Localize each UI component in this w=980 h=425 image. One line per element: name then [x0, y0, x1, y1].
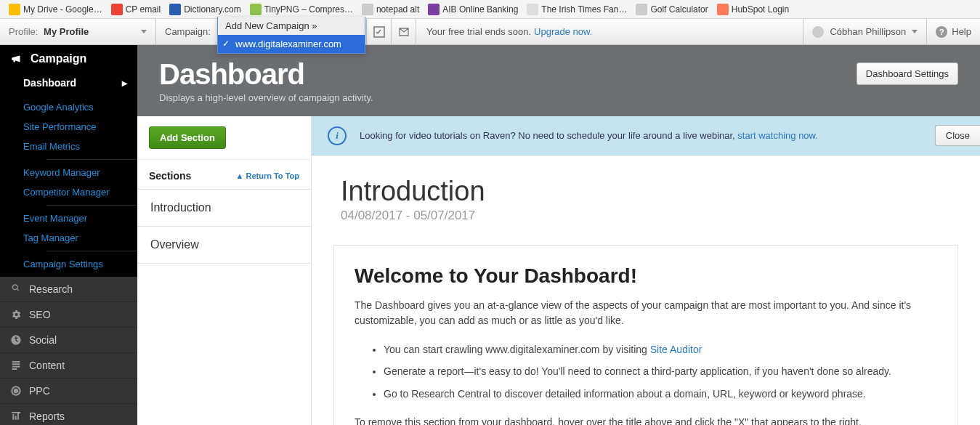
chevron-right-icon: ▸: [122, 77, 127, 89]
sidebar-section-ppc[interactable]: PPC: [0, 379, 137, 404]
welcome-card: Welcome to Your Dashboard! The Dashboard…: [333, 245, 958, 425]
seo-icon: [10, 309, 22, 320]
sidebar-dashboard[interactable]: Dashboard ▸: [0, 73, 137, 94]
bookmark-item[interactable]: notepad alt: [357, 2, 424, 17]
sidebar-link[interactable]: Campaign Settings: [23, 254, 137, 274]
favicon-icon: [717, 4, 729, 15]
campaign-selector[interactable]: Campaign: Add New Campaign » www.digital…: [156, 19, 367, 44]
main-column: i Looking for video tutorials on Raven? …: [312, 116, 980, 425]
sidebar-section-seo[interactable]: SEO: [0, 302, 137, 328]
sidebar-section-reports[interactable]: Reports: [0, 404, 137, 425]
user-menu[interactable]: Cóbhan Phillipson: [803, 19, 926, 44]
sidebar-link[interactable]: Tag Manager: [23, 228, 137, 248]
card-bullet: Generate a report—it's easy to do! You'l…: [384, 360, 937, 382]
page-header: Dashboard Displays a high-level overview…: [137, 45, 980, 116]
favicon-icon: [636, 4, 647, 15]
favicon-icon: [111, 4, 123, 15]
banner-text: Looking for video tutorials on Raven? No…: [360, 130, 737, 141]
toolbar-inbox-button[interactable]: [392, 19, 416, 44]
avatar-icon: [812, 26, 824, 38]
favicon-icon: [250, 4, 262, 15]
page-subtitle: Displays a high-level overview of campai…: [159, 92, 373, 103]
add-section-button[interactable]: Add Section: [149, 126, 226, 149]
banner-link[interactable]: start watching now.: [737, 130, 818, 141]
bookmarks-bar: My Drive - Google…CP emailDictionary.com…: [0, 0, 980, 19]
sidebar-link[interactable]: Site Performance: [23, 117, 137, 137]
social-icon: [10, 334, 22, 346]
banner-close-button[interactable]: Close: [935, 125, 980, 146]
sidebar-link[interactable]: Keyword Manager: [23, 163, 137, 182]
sidebar-section-social[interactable]: Social: [0, 328, 137, 353]
content-icon: [10, 360, 22, 371]
bookmark-item[interactable]: CP email: [107, 2, 165, 17]
intro-header: Introduction 04/08/2017 - 05/07/2017: [312, 155, 980, 229]
bookmark-item[interactable]: Golf Calculator: [631, 2, 712, 17]
sidebar-link[interactable]: Competitor Manager: [23, 182, 137, 202]
info-banner: i Looking for video tutorials on Raven? …: [312, 116, 980, 155]
megaphone-icon: [10, 52, 23, 65]
dropdown-add-new[interactable]: Add New Campaign »: [218, 17, 365, 35]
card-bullet: You can start crawling www.digitalexamin…: [384, 339, 937, 360]
campaign-dropdown: Add New Campaign » www.digitalexaminer.c…: [217, 17, 365, 54]
sidebar-section-research[interactable]: Research: [0, 277, 137, 302]
research-icon: [10, 283, 22, 295]
favicon-icon: [527, 4, 538, 15]
sections-column: Add Section Sections ▲ Return To Top Int…: [137, 116, 312, 425]
return-to-top-link[interactable]: ▲ Return To Top: [236, 171, 299, 180]
reports-icon: [10, 410, 22, 422]
info-icon: i: [328, 126, 347, 145]
campaign-label: Campaign:: [165, 26, 211, 37]
profile-selector[interactable]: Profile: My Profile: [0, 19, 156, 44]
section-row[interactable]: Overview: [137, 226, 311, 264]
sections-heading: Sections: [149, 170, 191, 182]
chevron-down-icon: [912, 30, 918, 33]
ppc-icon: [10, 385, 22, 397]
top-toolbar: Profile: My Profile Campaign: Add New Ca…: [0, 19, 980, 45]
card-paragraph: The Dashboard gives you an at-a-glance v…: [355, 298, 937, 328]
bookmark-item[interactable]: The Irish Times Fan…: [522, 2, 631, 17]
help-icon: ?: [936, 26, 947, 38]
profile-label: Profile:: [9, 26, 38, 37]
page-title: Dashboard: [159, 58, 373, 91]
profile-value: My Profile: [44, 26, 89, 37]
card-title: Welcome to Your Dashboard!: [355, 264, 937, 288]
trial-message: Your free trial ends soon. Upgrade now.: [416, 19, 803, 44]
triangle-up-icon: ▲: [236, 171, 244, 180]
favicon-icon: [9, 4, 20, 15]
intro-title: Introduction: [341, 176, 951, 207]
favicon-icon: [362, 4, 373, 15]
favicon-icon: [428, 4, 440, 15]
sidebar-link[interactable]: Google Analytics: [23, 97, 137, 117]
card-paragraph: To remove this section from your dashboa…: [355, 415, 937, 425]
bookmark-item[interactable]: My Drive - Google…: [4, 2, 107, 17]
bookmark-item[interactable]: Dictionary.com: [165, 2, 245, 17]
site-auditor-link[interactable]: Site Auditor: [650, 344, 702, 355]
sidebar-link[interactable]: Email Metrics: [23, 137, 137, 156]
chevron-down-icon: [141, 30, 147, 33]
sidebar-section-content[interactable]: Content: [0, 353, 137, 379]
intro-dates: 04/08/2017 - 05/07/2017: [341, 209, 951, 223]
sidebar: Campaign Dashboard ▸ Google AnalyticsSit…: [0, 45, 137, 425]
toolbar-checklist-button[interactable]: [367, 19, 392, 44]
sidebar-link[interactable]: Event Manager: [23, 209, 137, 228]
card-bullet: Go to Research Central to discover detai…: [384, 383, 937, 405]
favicon-icon: [169, 4, 181, 15]
help-button[interactable]: ? Help: [926, 19, 980, 44]
upgrade-link[interactable]: Upgrade now.: [534, 26, 592, 37]
user-name: Cóbhan Phillipson: [830, 26, 906, 37]
sidebar-campaign-header[interactable]: Campaign: [0, 45, 137, 73]
dashboard-settings-button[interactable]: Dashboard Settings: [857, 62, 958, 85]
section-row[interactable]: Introduction: [137, 189, 311, 226]
dropdown-option-selected[interactable]: www.digitalexaminer.com: [218, 35, 365, 53]
bookmark-item[interactable]: AIB Online Banking: [424, 2, 522, 17]
bookmark-item[interactable]: HubSpot Login: [713, 2, 793, 17]
bookmark-item[interactable]: TinyPNG – Compres…: [246, 2, 357, 17]
